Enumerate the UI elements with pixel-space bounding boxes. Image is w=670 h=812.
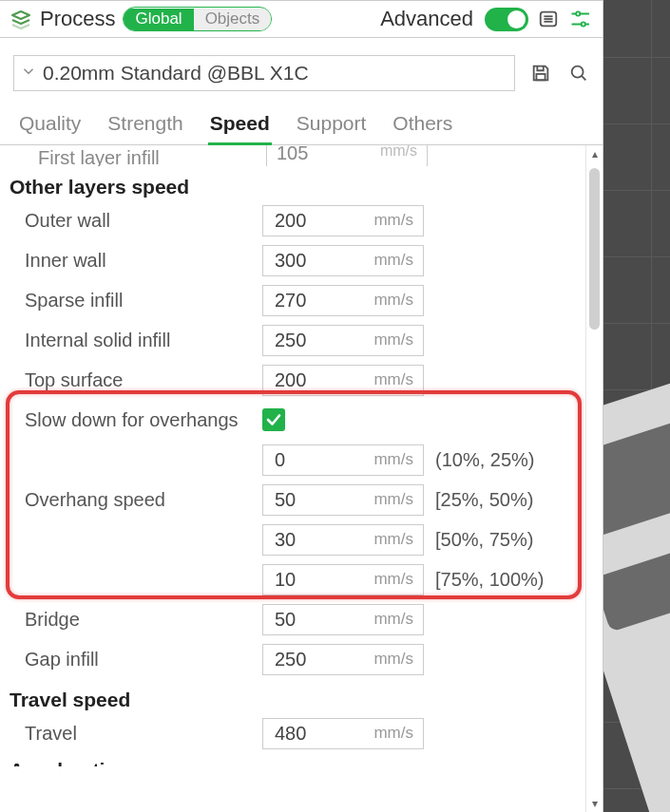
tab-strength[interactable]: Strength bbox=[105, 108, 184, 144]
scroll-up-icon[interactable]: ▴ bbox=[586, 145, 603, 162]
bridge-input[interactable]: 50 mm/s bbox=[262, 604, 424, 635]
overhang-1-input[interactable]: 50 mm/s bbox=[262, 484, 424, 516]
list-icon[interactable] bbox=[536, 7, 561, 31]
tab-support[interactable]: Support bbox=[295, 108, 369, 144]
tab-quality[interactable]: Quality bbox=[17, 108, 83, 144]
row-overhang-1: Overhang speed 50 mm/s [25%, 50%) bbox=[0, 480, 603, 519]
row-inner-wall: Inner wall 300 mm/s bbox=[0, 240, 603, 280]
preset-row: 0.20mm Standard @BBL X1C bbox=[0, 38, 603, 101]
row-internal-solid-infill: Internal solid infill 250 mm/s bbox=[0, 320, 603, 360]
scroll-thumb[interactable] bbox=[589, 168, 600, 330]
tab-others[interactable]: Others bbox=[391, 108, 454, 144]
overhang-3-input[interactable]: 10 mm/s bbox=[262, 564, 424, 595]
top-surface-input[interactable]: 200 mm/s bbox=[262, 365, 424, 396]
panel-header: Process Global Objects Advanced bbox=[0, 1, 603, 38]
process-panel: Process Global Objects Advanced 0.20 bbox=[0, 0, 603, 812]
panel-title: Process bbox=[40, 7, 115, 31]
row-overhang-2: 30 mm/s [50%, 75%) bbox=[0, 519, 603, 559]
sparse-infill-input[interactable]: 270 mm/s bbox=[262, 285, 424, 316]
row-gap-infill: Gap infill 250 mm/s bbox=[0, 639, 603, 679]
overhang-0-input[interactable]: 0 mm/s bbox=[262, 444, 424, 476]
search-icon[interactable] bbox=[566, 61, 591, 85]
outer-wall-input[interactable]: 200 mm/s bbox=[262, 205, 424, 236]
chevron-down-icon bbox=[20, 62, 37, 85]
slow-down-overhangs-checkbox[interactable] bbox=[262, 408, 285, 431]
row-top-surface: Top surface 200 mm/s bbox=[0, 360, 603, 400]
svg-line-12 bbox=[582, 76, 585, 80]
layers-icon bbox=[10, 8, 32, 30]
scope-objects[interactable]: Objects bbox=[194, 9, 272, 30]
svg-point-11 bbox=[572, 66, 584, 78]
tab-speed[interactable]: Speed bbox=[208, 108, 272, 144]
advanced-toggle[interactable] bbox=[485, 8, 528, 31]
section-other-layers-speed: Other layers speed bbox=[0, 166, 603, 200]
scope-global[interactable]: Global bbox=[124, 9, 193, 30]
row-bridge: Bridge 50 mm/s bbox=[0, 599, 603, 639]
scope-toggle: Global Objects bbox=[123, 7, 272, 31]
build-plate bbox=[603, 371, 670, 812]
travel-input[interactable]: 480 mm/s bbox=[262, 718, 424, 749]
internal-solid-infill-input[interactable]: 250 mm/s bbox=[262, 325, 424, 356]
tab-bar: Quality Strength Speed Support Others bbox=[0, 101, 603, 145]
overhang-speed-group: 0 mm/s (10%, 25%) Overhang speed 50 mm/s… bbox=[0, 440, 603, 599]
svg-rect-10 bbox=[536, 74, 545, 80]
scroll-track[interactable] bbox=[589, 162, 600, 795]
section-travel-speed: Travel speed bbox=[0, 679, 603, 713]
inner-wall-input[interactable]: 300 mm/s bbox=[262, 245, 424, 276]
settings-scroll: First layer infill 105mm/s Other layers … bbox=[0, 145, 603, 812]
advanced-label: Advanced bbox=[380, 7, 473, 31]
vertical-scrollbar: ▴ ▾ bbox=[585, 145, 603, 812]
row-overhang-3: 10 mm/s [75%, 100%) bbox=[0, 559, 603, 599]
overhang-2-input[interactable]: 30 mm/s bbox=[262, 524, 424, 556]
compare-icon[interactable] bbox=[568, 7, 593, 31]
preset-dropdown[interactable]: 0.20mm Standard @BBL X1C bbox=[13, 55, 515, 91]
row-travel: Travel 480 mm/s bbox=[0, 713, 603, 753]
gap-infill-input[interactable]: 250 mm/s bbox=[262, 644, 424, 675]
row-outer-wall: Outer wall 200 mm/s bbox=[0, 200, 603, 240]
row-sparse-infill: Sparse infill 270 mm/s bbox=[0, 280, 603, 320]
row-slow-down-overhangs: Slow down for overhangs bbox=[0, 400, 603, 440]
scroll-down-icon[interactable]: ▾ bbox=[586, 795, 603, 812]
row-overhang-0: 0 mm/s (10%, 25%) bbox=[0, 440, 603, 480]
cutoff-row: First layer infill 105mm/s bbox=[0, 145, 603, 166]
section-acceleration: Acceleration bbox=[0, 753, 603, 766]
viewport-3d[interactable] bbox=[603, 0, 670, 812]
save-icon[interactable] bbox=[528, 61, 553, 85]
preset-name: 0.20mm Standard @BBL X1C bbox=[43, 62, 309, 85]
